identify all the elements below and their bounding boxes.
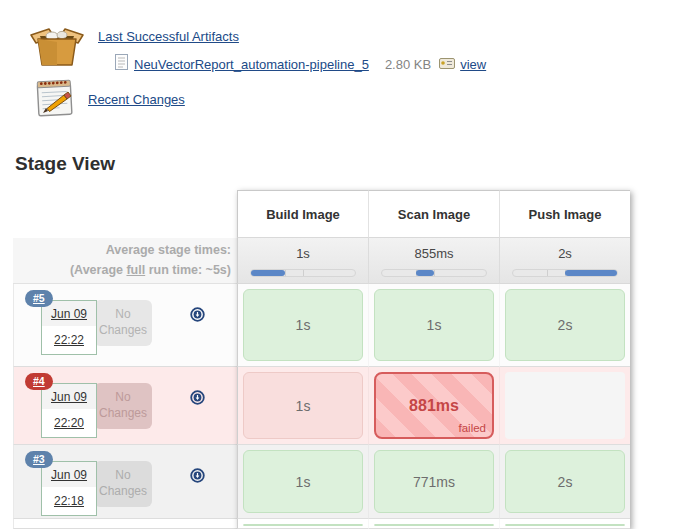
stage-time-bar-scan bbox=[381, 269, 487, 277]
table-row-partial-header bbox=[13, 519, 237, 529]
stage-cell-run4-scan-failed[interactable]: 881ms failed bbox=[374, 372, 494, 439]
run4-datetime-link[interactable]: Jun 09 22:20 bbox=[41, 383, 97, 438]
build-badge-5[interactable]: #5 bbox=[25, 290, 53, 307]
run5-time: 22:22 bbox=[42, 327, 96, 354]
recent-changes-section: Recent Changes bbox=[34, 76, 185, 122]
run4-cell-build: 1s bbox=[237, 367, 368, 445]
average-cell-build: 1s bbox=[237, 238, 368, 284]
last-successful-artifacts-section: Last Successful Artifacts NeuVectorRepor… bbox=[28, 22, 486, 74]
run3-time: 22:18 bbox=[42, 488, 96, 515]
recent-changes-link[interactable]: Recent Changes bbox=[88, 92, 185, 107]
stage-cell-partial-push[interactable] bbox=[505, 524, 625, 526]
run4-time: 22:20 bbox=[42, 410, 96, 437]
build-badge-3[interactable]: #3 bbox=[25, 451, 53, 468]
run4-no-changes-label: No Changes bbox=[94, 383, 152, 429]
run3-cell-build: 1s bbox=[237, 445, 368, 519]
stage-cell-run5-push[interactable]: 2s bbox=[505, 289, 625, 361]
average-cell-scan: 855ms bbox=[368, 238, 499, 284]
run3-datetime-link[interactable]: Jun 09 22:18 bbox=[41, 461, 97, 516]
average-cell-push: 2s bbox=[499, 238, 630, 284]
failed-stage-duration: 881ms bbox=[409, 397, 459, 415]
last-successful-artifacts-link[interactable]: Last Successful Artifacts bbox=[98, 29, 239, 44]
run5-cell-push: 2s bbox=[499, 284, 630, 367]
document-icon bbox=[115, 54, 128, 74]
table-row-run5-header: #5 Jun 09 22:22 No Changes bbox=[13, 284, 237, 367]
table-row-run4-header: #4 Jun 09 22:20 No Changes bbox=[13, 367, 237, 445]
notepad-icon bbox=[34, 76, 76, 122]
stage-cell-run5-scan[interactable]: 1s bbox=[374, 289, 494, 361]
stage-cell-run3-build[interactable]: 1s bbox=[243, 450, 363, 513]
stage-cell-partial-scan[interactable] bbox=[374, 524, 494, 526]
stage-cell-partial-build[interactable] bbox=[243, 524, 363, 526]
run5-changes-clock-icon[interactable] bbox=[190, 307, 205, 326]
average-time-build: 1s bbox=[238, 246, 368, 261]
build-badge-4[interactable]: #4 bbox=[25, 373, 53, 390]
run4-cell-push bbox=[499, 367, 630, 445]
run3-cell-push: 2s bbox=[499, 445, 630, 519]
artifact-file-size: 2.80 KB bbox=[385, 57, 431, 72]
run5-datetime-link[interactable]: Jun 09 22:22 bbox=[41, 300, 97, 355]
stage-time-bar-build bbox=[250, 269, 356, 277]
average-stage-times-label: Average stage times: (Average full run t… bbox=[13, 238, 237, 284]
run5-cell-scan: 1s bbox=[368, 284, 499, 367]
stage-view-table: Build Image Scan Image Push Image Averag… bbox=[13, 190, 630, 529]
run4-cell-scan: 881ms failed bbox=[368, 367, 499, 445]
partial-cell-scan bbox=[368, 519, 499, 529]
partial-cell-push bbox=[499, 519, 630, 529]
header-spacer-cell bbox=[13, 190, 237, 238]
table-row-run3-header: #3 Jun 09 22:18 No Changes bbox=[13, 445, 237, 519]
run3-cell-scan: 771ms bbox=[368, 445, 499, 519]
average-time-push: 2s bbox=[500, 246, 630, 261]
stage-cell-run3-scan[interactable]: 771ms bbox=[374, 450, 494, 513]
stage-cell-run4-push-empty bbox=[505, 372, 625, 439]
page-title: Stage View bbox=[15, 153, 115, 175]
run3-no-changes-label: No Changes bbox=[94, 461, 152, 507]
fingerprint-icon bbox=[439, 55, 455, 73]
stage-cell-run5-build[interactable]: 1s bbox=[243, 289, 363, 361]
column-header-push-image: Push Image bbox=[499, 190, 630, 238]
stage-cell-run4-build[interactable]: 1s bbox=[243, 372, 363, 439]
failed-status-label: failed bbox=[459, 422, 487, 434]
run3-changes-clock-icon[interactable] bbox=[190, 468, 205, 487]
column-header-scan-image: Scan Image bbox=[368, 190, 499, 238]
artifact-file-link[interactable]: NeuVectorReport_automation-pipeline_5 bbox=[134, 57, 369, 72]
column-header-build-image: Build Image bbox=[237, 190, 368, 238]
package-icon bbox=[28, 22, 86, 74]
run4-changes-clock-icon[interactable] bbox=[190, 390, 205, 409]
stage-cell-run3-push[interactable]: 2s bbox=[505, 450, 625, 513]
average-time-scan: 855ms bbox=[369, 246, 499, 261]
run5-no-changes-label: No Changes bbox=[94, 300, 152, 346]
stage-time-bar-push bbox=[512, 269, 618, 277]
run5-cell-build: 1s bbox=[237, 284, 368, 367]
partial-cell-build bbox=[237, 519, 368, 529]
artifact-view-link[interactable]: view bbox=[460, 57, 486, 72]
